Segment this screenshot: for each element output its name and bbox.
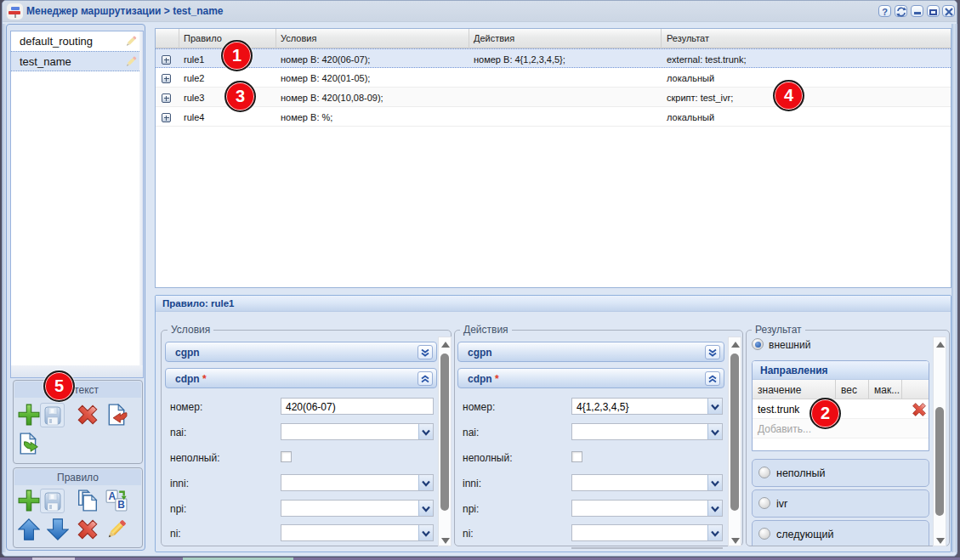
svg-text:A: A [108,490,116,502]
svg-text:B: B [117,499,125,511]
